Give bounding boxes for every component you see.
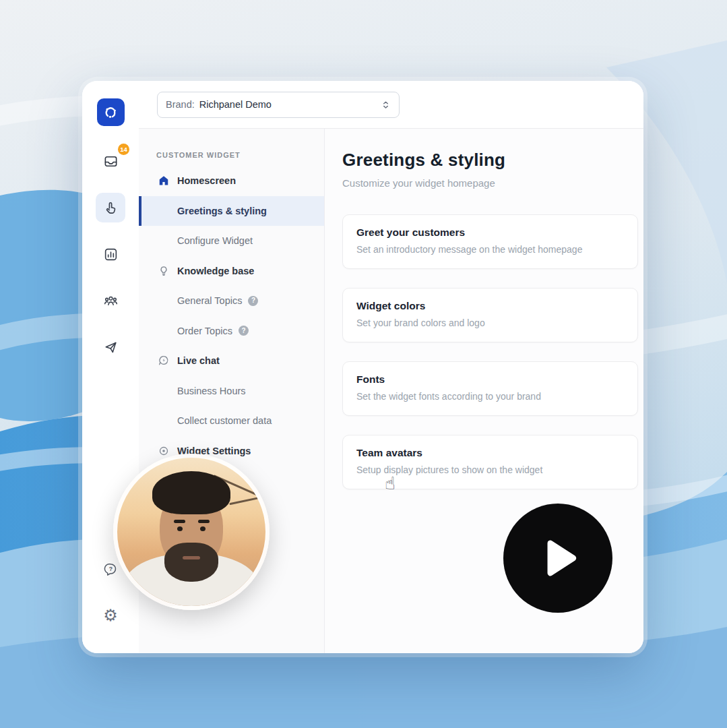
nav-item-knowledge-base[interactable]: Knowledge base bbox=[139, 256, 324, 286]
background-branch bbox=[229, 496, 263, 505]
widget-tap-icon bbox=[103, 200, 119, 216]
card-description: Set an introductory message on the widge… bbox=[356, 244, 624, 255]
chevron-updown-icon bbox=[381, 100, 391, 110]
card-description: Setup display pictures to show on the wi… bbox=[356, 464, 624, 475]
presenter-eyebrow bbox=[174, 520, 185, 523]
settings-cards: Greet your customers Set an introductory… bbox=[342, 214, 638, 489]
logo-cycle-icon bbox=[102, 104, 119, 121]
home-icon bbox=[156, 174, 170, 188]
brand-selector-label: Brand: bbox=[166, 99, 195, 110]
teams-icon bbox=[103, 293, 119, 309]
nav-item-label: General Topics bbox=[177, 295, 242, 306]
nav-item-label: Homescreen bbox=[177, 175, 236, 186]
gear-icon: ⚙ bbox=[103, 607, 118, 624]
video-play-button[interactable] bbox=[503, 504, 612, 613]
nav-item-label: Live chat bbox=[177, 355, 220, 366]
presenter-mouth bbox=[183, 556, 200, 559]
analytics-nav-button[interactable] bbox=[96, 239, 125, 269]
card-description: Set the widget fonts according to your b… bbox=[356, 391, 624, 402]
teams-nav-button[interactable] bbox=[96, 286, 125, 315]
nav-item-general-topics[interactable]: General Topics ? bbox=[139, 286, 324, 316]
help-icon: ? bbox=[103, 562, 119, 577]
settings-button[interactable]: ⚙ bbox=[96, 601, 125, 630]
inbox-icon bbox=[103, 154, 119, 169]
svg-text:?: ? bbox=[108, 565, 112, 572]
presenter-webcam-overlay bbox=[113, 454, 270, 610]
brand-selector[interactable]: Brand: Richpanel Demo bbox=[157, 92, 400, 118]
nav-item-configure-widget[interactable]: Configure Widget bbox=[139, 226, 324, 256]
nav-item-homescreen[interactable]: Homescreen bbox=[139, 166, 324, 196]
question-badge[interactable]: ? bbox=[248, 296, 258, 306]
card-title: Team avatars bbox=[356, 447, 624, 459]
page-title: Greetings & styling bbox=[342, 150, 638, 170]
nav-item-label: Configure Widget bbox=[177, 235, 253, 246]
nav-item-greetings-styling[interactable]: Greetings & styling bbox=[139, 196, 324, 226]
card-title: Widget colors bbox=[356, 300, 624, 312]
card-description: Set your brand colors and logo bbox=[356, 317, 624, 328]
topbar: Brand: Richpanel Demo bbox=[139, 81, 643, 129]
campaigns-nav-button[interactable] bbox=[96, 332, 125, 362]
inbox-nav-button[interactable]: 14 bbox=[96, 146, 125, 176]
card-widget-colors[interactable]: Widget colors Set your brand colors and … bbox=[342, 288, 638, 342]
nav-item-label: Business Hours bbox=[177, 386, 246, 396]
richpanel-logo[interactable] bbox=[97, 98, 125, 126]
knowledge-base-icon bbox=[156, 264, 170, 278]
question-badge[interactable]: ? bbox=[239, 326, 249, 336]
nav-item-business-hours[interactable]: Business Hours bbox=[139, 376, 324, 406]
target-icon bbox=[156, 444, 170, 458]
live-chat-icon bbox=[156, 354, 170, 368]
card-fonts[interactable]: Fonts Set the widget fonts according to … bbox=[342, 361, 638, 416]
card-title: Greet your customers bbox=[356, 226, 624, 239]
bar-chart-icon bbox=[103, 247, 119, 262]
nav-item-collect-customer-data[interactable]: Collect customer data bbox=[139, 406, 324, 436]
presenter-eyebrow bbox=[198, 520, 210, 523]
presenter-hair bbox=[152, 471, 230, 514]
nav-item-live-chat[interactable]: Live chat bbox=[139, 346, 324, 376]
card-team-avatars[interactable]: Team avatars Setup display pictures to s… bbox=[342, 435, 638, 489]
inbox-unread-badge: 14 bbox=[118, 144, 129, 155]
send-icon bbox=[103, 340, 119, 355]
app-window: 14 bbox=[82, 81, 643, 653]
nav-section-title: CUSTOMER WIDGET bbox=[139, 129, 324, 166]
nav-item-label: Greetings & styling bbox=[177, 206, 267, 216]
nav-item-order-topics[interactable]: Order Topics ? bbox=[139, 316, 324, 346]
nav-item-label: Collect customer data bbox=[177, 415, 272, 426]
widget-nav-button[interactable] bbox=[96, 193, 125, 222]
nav-item-label: Order Topics bbox=[177, 326, 232, 336]
brand-selector-value: Richpanel Demo bbox=[199, 99, 272, 110]
presenter-eye bbox=[200, 526, 206, 531]
nav-item-label: Knowledge base bbox=[177, 266, 254, 276]
presenter-beard bbox=[164, 543, 218, 582]
presenter-eye bbox=[177, 526, 183, 531]
card-greet-your-customers[interactable]: Greet your customers Set an introductory… bbox=[342, 214, 638, 269]
page-subtitle: Customize your widget homepage bbox=[342, 177, 638, 189]
play-icon bbox=[542, 539, 581, 578]
card-title: Fonts bbox=[356, 373, 624, 386]
